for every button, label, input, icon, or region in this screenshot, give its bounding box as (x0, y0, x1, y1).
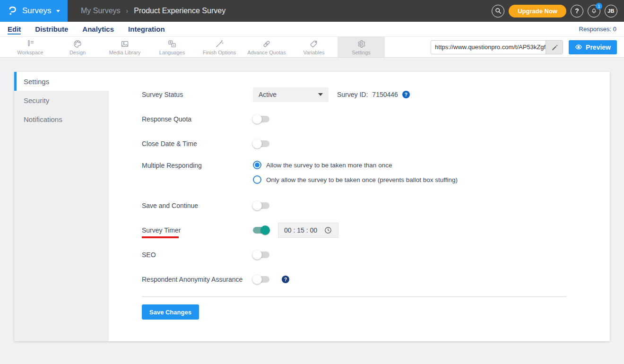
topbar-actions: Upgrade Now ? 1 JB (492, 5, 624, 17)
toolbar-right: https://www.questionpro.com/t/AP53kZgfo … (431, 37, 624, 57)
radio-option-allow-multiple[interactable]: Allow the survey to be taken more than o… (253, 161, 458, 169)
toolbar-label: Finish Options (203, 50, 236, 55)
close-date-label: Close Date & Time (142, 140, 253, 147)
radio-selected-icon[interactable] (253, 161, 261, 169)
response-quota-row: Response Quota (142, 112, 610, 127)
tab-distribute[interactable]: Distribute (35, 25, 68, 33)
close-date-toggle[interactable] (253, 140, 269, 147)
page-background: Settings Security Notifications Survey S… (0, 58, 624, 364)
toolbar-item-variables[interactable]: Variables (290, 37, 338, 57)
notification-count-badge: 1 (596, 3, 602, 9)
multiple-responding-label: Multiple Responding (142, 161, 253, 169)
app-logo-surveys-menu[interactable]: Surveys (0, 0, 68, 22)
save-continue-row: Save and Continue (142, 198, 610, 213)
response-quota-label: Response Quota (142, 115, 253, 123)
toolbar-label: Workspace (17, 50, 43, 55)
toolbar-label: Settings (352, 50, 371, 55)
save-continue-label: Save and Continue (142, 202, 253, 209)
radio-option-label: Allow the survey to be taken more than o… (266, 162, 392, 169)
finish-options-icon (215, 39, 224, 49)
preview-label: Preview (586, 43, 611, 51)
survey-timer-value[interactable]: 00 : 15 : 00 (284, 226, 317, 234)
questionpro-logo-icon (8, 6, 18, 16)
survey-url-value[interactable]: https://www.questionpro.com/t/AP53kZgfo (431, 41, 546, 54)
clock-icon[interactable] (324, 226, 332, 234)
sidebar-item-settings[interactable]: Settings (14, 72, 109, 91)
settings-icon (356, 39, 366, 49)
responses-count: Responses: 0 (579, 26, 617, 33)
chevron-down-icon (56, 10, 60, 12)
response-quota-toggle[interactable] (253, 116, 269, 122)
anonymity-row: Respondent Anonymity Assurance ? (142, 272, 610, 287)
survey-id-group: Survey ID: 7150446 ? (337, 91, 410, 98)
toggle-knob (252, 275, 262, 284)
toolbar-item-media-library[interactable]: Media Library (101, 37, 148, 57)
tab-distribute-label: Distribute (35, 25, 68, 33)
survey-status-label: Survey Status (142, 91, 253, 98)
settings-card: Settings Security Notifications Survey S… (14, 72, 610, 341)
multiple-responding-options: Allow the survey to be taken more than o… (253, 161, 458, 184)
toolbar-item-workspace[interactable]: Workspace (7, 37, 54, 57)
multiple-responding-row: Multiple Responding Allow the survey to … (142, 161, 610, 184)
advance-quotas-icon (262, 39, 271, 49)
tab-integration[interactable]: Integration (128, 25, 165, 33)
upgrade-now-button[interactable]: Upgrade Now (509, 5, 566, 17)
survey-status-row: Survey Status Active Survey ID: 7150446 … (142, 87, 610, 102)
variables-icon (309, 39, 319, 49)
survey-url-field[interactable]: https://www.questionpro.com/t/AP53kZgfo (431, 40, 563, 54)
toggle-knob (252, 250, 262, 260)
survey-timer-label: Survey Timer (142, 226, 181, 234)
anonymity-label: Respondent Anonymity Assurance (142, 276, 253, 283)
survey-id-label: Survey ID: (337, 91, 368, 98)
survey-timer-input[interactable]: 00 : 15 : 00 (278, 223, 338, 238)
toolbar-item-languages[interactable]: A Languages (148, 37, 196, 57)
breadcrumb-separator: › (126, 7, 129, 15)
toggle-knob (260, 225, 270, 235)
design-icon (73, 39, 82, 49)
survey-timer-row: Survey Timer 00 : 15 : 00 (142, 223, 610, 238)
question-mark-icon: ? (575, 7, 579, 15)
seo-toggle[interactable] (253, 251, 269, 258)
preview-button[interactable]: Preview (569, 40, 617, 54)
pencil-icon (551, 44, 558, 51)
toggle-knob (252, 139, 262, 148)
toolbar-label: Languages (159, 50, 185, 55)
tab-analytics[interactable]: Analytics (82, 25, 114, 33)
toolbar-item-advance-quotas[interactable]: Advance Quotas (243, 37, 290, 57)
breadcrumb-my-surveys[interactable]: My Surveys (81, 7, 121, 15)
radio-option-only-once[interactable]: Only allow the survey to be taken once (… (253, 175, 458, 184)
notifications-button[interactable]: 1 (588, 5, 600, 17)
search-icon (495, 8, 502, 14)
close-date-row: Close Date & Time (142, 136, 610, 151)
toolbar-item-finish-options[interactable]: Finish Options (196, 37, 243, 57)
avatar-initials: JB (607, 8, 615, 14)
tab-edit[interactable]: Edit (8, 25, 21, 33)
survey-timer-toggle[interactable] (253, 227, 269, 234)
anonymity-toggle[interactable] (253, 276, 269, 283)
media-library-icon (120, 39, 130, 49)
edit-toolbar: Workspace Design Media Library A Languag… (0, 37, 624, 58)
sidebar-item-notifications[interactable]: Notifications (14, 110, 109, 129)
user-avatar[interactable]: JB (605, 5, 617, 17)
form-divider (142, 296, 566, 297)
section-tabs: Edit Distribute Analytics Integration Re… (0, 22, 624, 37)
seo-label: SEO (142, 251, 253, 259)
search-button[interactable] (492, 5, 504, 17)
radio-unselected-icon[interactable] (253, 175, 261, 184)
settings-form: Survey Status Active Survey ID: 7150446 … (109, 72, 610, 341)
survey-status-value: Active (259, 91, 277, 98)
workspace-icon (26, 39, 35, 49)
chevron-down-icon (318, 93, 323, 96)
survey-id-help-icon[interactable]: ? (402, 91, 410, 98)
toolbar-item-settings[interactable]: Settings (338, 37, 385, 57)
toggle-knob (252, 114, 262, 124)
toolbar-label: Advance Quotas (247, 50, 286, 55)
save-continue-toggle[interactable] (253, 202, 269, 209)
help-button[interactable]: ? (571, 5, 583, 17)
anonymity-help-icon[interactable]: ? (282, 276, 289, 283)
edit-url-button[interactable] (546, 41, 563, 54)
save-changes-button[interactable]: Save Changes (142, 304, 199, 320)
sidebar-item-security[interactable]: Security (14, 91, 109, 110)
toolbar-item-design[interactable]: Design (54, 37, 101, 57)
survey-status-dropdown[interactable]: Active (253, 87, 329, 102)
